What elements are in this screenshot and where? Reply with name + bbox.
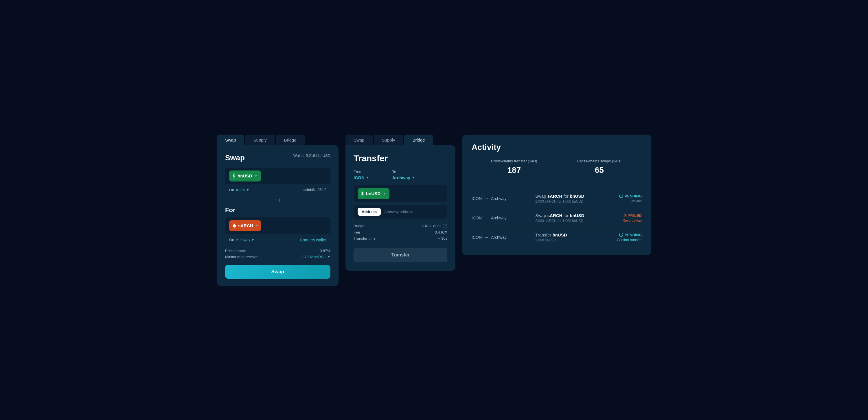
to-chain-chevron-t: ▼ <box>412 176 415 179</box>
status-badge-1: ✕ FAILED <box>624 213 642 218</box>
fee-value: 0.4 ICX <box>435 230 447 235</box>
desc-sub-1: 2,000 sARCH for 1,000 bnUSD <box>535 219 601 223</box>
status-text-1: FAILED <box>628 213 642 218</box>
from-token-amount[interactable]: 5 <box>261 173 336 179</box>
transfer-title: Transfer <box>353 153 447 163</box>
address-row: Address Archway address <box>353 205 447 218</box>
transfer-button[interactable]: Transfer <box>353 248 447 262</box>
price-impact-row: Price impact 0.87% <box>225 249 331 253</box>
to-chain-selector[interactable]: Archway ▼ <box>236 238 254 242</box>
desc-main-1: Swap sARCH for bnUSD <box>535 213 601 218</box>
to-chain-chevron: ▼ <box>251 238 254 242</box>
status-0: PENDING 2m 48s <box>601 194 642 203</box>
arrow-0: → <box>484 196 489 201</box>
transfer-token-amount[interactable]: 0 <box>390 190 464 197</box>
transfer-tabs: Swap Supply Bridge <box>345 134 433 145</box>
transfer-token-symbol: bnUSD <box>366 191 380 196</box>
fee-row: Fee 0.4 ICX <box>353 230 447 235</box>
bridge-value-text: IBC + xCall <box>423 224 441 228</box>
tab-transfer-swap[interactable]: Swap <box>345 134 373 145</box>
status-text-0: PENDING <box>625 194 642 198</box>
from-token-chevron: ▼ <box>254 174 257 178</box>
route-2: ICON → Archway <box>472 235 535 240</box>
transfer-time-row: Transfer time ~ 30s <box>353 236 447 241</box>
from-label: From <box>353 170 369 174</box>
status-text-2: PENDING <box>625 233 642 237</box>
transfer-token-selector[interactable]: $ bnUSD ▼ <box>358 188 390 199</box>
for-label: For <box>225 206 331 214</box>
status-failed-1: ✕ FAILED Revert swap <box>601 213 642 222</box>
from-chain-chevron: ▼ <box>246 188 249 191</box>
address-placeholder: Archway address <box>384 210 413 214</box>
tab-swap-supply[interactable]: Supply <box>245 134 275 145</box>
from-chain-row: On ICON ▼ hxcbdd6...96fd0 <box>225 187 331 193</box>
activity-card: Activity Cross-chains transfer (24H) 187… <box>462 134 651 255</box>
to-chain-name: Archway <box>236 238 250 242</box>
status-pending-0: PENDING 2m 48s <box>601 194 642 203</box>
to-chain-row: On Archway ▼ Connect wallet <box>225 237 331 243</box>
to-chain-2: Archway <box>491 235 507 240</box>
tab-transfer-bridge[interactable]: Bridge <box>404 134 433 145</box>
spin-icon-2 <box>619 233 623 237</box>
address-button[interactable]: Address <box>358 208 381 216</box>
from-chain-2: ICON <box>472 235 482 240</box>
activity-row-2: ICON → Archway Transfer bnUSD 2,000 bnUS… <box>472 228 642 247</box>
swap-tabs: Swap Supply Bridge <box>217 134 305 145</box>
tab-swap-bridge[interactable]: Bridge <box>276 134 304 145</box>
from-chain-selector[interactable]: ICON ▼ <box>353 175 369 180</box>
activity-title: Activity <box>472 143 642 152</box>
from-token-symbol: bnUSD <box>238 173 252 178</box>
tab-swap-swap[interactable]: Swap <box>217 134 244 145</box>
transfer-time-label: Transfer time <box>353 236 376 241</box>
bnusd-icon: $ <box>232 173 235 179</box>
connect-wallet-btn[interactable]: Connect wallet <box>300 238 327 242</box>
minimum-label: Minimum to receive <box>225 255 258 259</box>
wallet-info: Wallet: 5.2161 bnUSD <box>293 153 331 158</box>
sarch-icon: ⬤ <box>232 222 236 229</box>
to-token-chevron: ▼ <box>255 224 259 228</box>
swap-panel-wrapper: Swap Supply Bridge Swap Wallet: 5.2161 b… <box>217 134 339 286</box>
transfer-bnusd-icon: $ <box>361 190 364 197</box>
activity-row-0: ICON → Archway Swap sARCH for bnUSD 2,00… <box>472 189 642 208</box>
swap-button[interactable]: Swap <box>225 265 331 279</box>
to-token-amount[interactable]: 3.81822 <box>261 222 336 229</box>
transfer-token-chevron: ▼ <box>383 192 386 196</box>
to-chain-1: Archway <box>491 216 507 220</box>
from-chain-text: ICON <box>353 175 365 180</box>
stats-row: Cross-chains transfer (24H) 187 Cross-ch… <box>472 159 642 181</box>
status-1: ✕ FAILED Revert swap <box>601 213 642 222</box>
from-token-selector[interactable]: $ bnUSD ▼ <box>229 171 261 181</box>
to-token-selector[interactable]: ⬤ sARCH ▼ <box>229 220 261 231</box>
desc-0: Swap sARCH for bnUSD 2,000 sARCH for 1,0… <box>535 193 601 204</box>
stat1-value: 187 <box>472 166 557 175</box>
desc-main-2: Transfer bnUSD <box>535 233 601 237</box>
arrow-up-icon: ↑ <box>275 197 277 203</box>
transfer-token-row: $ bnUSD ▼ 0 <box>353 185 447 202</box>
transfer-panel-wrapper: Swap Supply Bridge Transfer From ICON ▼ … <box>345 134 456 271</box>
on-label-2: On <box>229 238 234 242</box>
swap-arrows[interactable]: ↑ ↓ <box>225 197 331 203</box>
swap-card: Swap Wallet: 5.2161 bnUSD $ bnUSD ▼ 5 On… <box>217 145 339 286</box>
to-label: To <box>392 170 414 174</box>
desc-1: Swap sARCH for bnUSD 2,000 sARCH for 1,0… <box>535 213 601 223</box>
to-chain-selector[interactable]: Archway ▼ <box>392 175 414 180</box>
main-layout: Swap Supply Bridge Swap Wallet: 5.2161 b… <box>217 134 651 286</box>
from-chain-selector[interactable]: ICON ▼ <box>236 188 249 192</box>
to-group: To Archway ▼ <box>392 170 414 180</box>
status-2: PENDING Confirm transfer <box>601 233 642 242</box>
bridge-info-icon[interactable]: ? <box>443 224 447 229</box>
action-link-1[interactable]: Revert swap <box>622 218 642 222</box>
transfer-card: Transfer From ICON ▼ To Archway ▼ <box>345 145 456 271</box>
from-to-row: From ICON ▼ To Archway ▼ <box>353 170 447 180</box>
minimum-value[interactable]: 3.7992 sARCH ▼ <box>301 255 331 259</box>
action-link-2[interactable]: Confirm transfer <box>617 238 642 242</box>
stat-swaps: Cross-chains swaps (24H) 65 <box>557 159 642 175</box>
minimum-chevron: ▼ <box>327 255 331 259</box>
tab-transfer-supply[interactable]: Supply <box>374 134 403 145</box>
status-badge-2: PENDING <box>619 233 642 237</box>
bridge-info-row: Bridge IBC + xCall ? <box>353 224 447 229</box>
status-badge-0: PENDING <box>619 194 642 198</box>
minimum-amount-text: 3.7992 sARCH <box>301 255 327 259</box>
desc-sub-2: 2,000 bnUSD <box>535 238 601 242</box>
from-address: hxcbdd6...96fd0 <box>302 188 327 192</box>
